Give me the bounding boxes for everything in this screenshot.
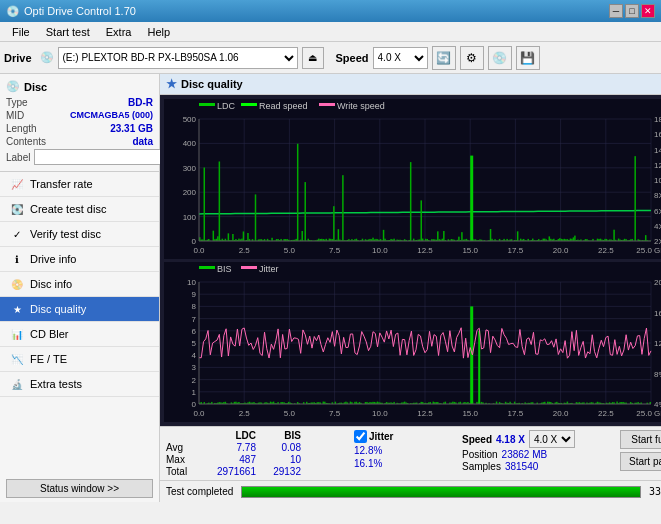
nav-disc-quality[interactable]: ★ Disc quality	[0, 297, 159, 322]
nav-create-test-disc-label: Create test disc	[30, 203, 106, 215]
nav-extra-tests[interactable]: 🔬 Extra tests	[0, 372, 159, 397]
disc-label-input[interactable]	[34, 149, 167, 165]
disc-info-panel: 💿 Disc Type BD-R MID CMCMAGBA5 (000) Len…	[0, 74, 159, 172]
disc-contents-row: Contents data	[6, 136, 153, 147]
close-button[interactable]: ✕	[641, 4, 655, 18]
disc-label-label: Label	[6, 152, 30, 163]
nav-disc-quality-label: Disc quality	[30, 303, 86, 315]
content-header: ★ Disc quality	[160, 74, 661, 95]
drive-info-icon: ℹ	[10, 252, 24, 266]
bottom-status-bar: Test completed 33:14	[160, 480, 661, 502]
jitter-checkbox[interactable]	[354, 430, 367, 443]
stats-avg-bis: 0.08	[256, 442, 301, 453]
stats-max-bis: 10	[256, 454, 301, 465]
samples-label: Samples	[462, 461, 501, 472]
maximize-button[interactable]: □	[625, 4, 639, 18]
stats-total-label: Total	[166, 466, 201, 477]
status-window-button[interactable]: Status window >>	[6, 479, 153, 498]
disc-length-value: 23.31 GB	[110, 123, 153, 134]
stats-avg-jitter: 12.8%	[354, 445, 382, 456]
app-title: Opti Drive Control 1.70	[24, 5, 136, 17]
speed-value: 4.18 X	[496, 434, 525, 445]
verify-test-disc-icon: ✓	[10, 227, 24, 241]
nav-drive-info[interactable]: ℹ Drive info	[0, 247, 159, 272]
minimize-button[interactable]: ─	[609, 4, 623, 18]
start-part-button[interactable]: Start part	[620, 452, 661, 471]
start-full-button[interactable]: Start full	[620, 430, 661, 449]
stats-footer: LDC BIS Avg 7.78 0.08 Max 487 10 Total	[160, 426, 661, 480]
nav-create-test-disc[interactable]: 💽 Create test disc	[0, 197, 159, 222]
stats-avg-label: Avg	[166, 442, 201, 453]
menu-extra[interactable]: Extra	[98, 24, 140, 40]
main-area: 💿 Disc Type BD-R MID CMCMAGBA5 (000) Len…	[0, 74, 661, 502]
position-value: 23862 MB	[502, 449, 548, 460]
jitter-header: Jitter	[354, 430, 454, 443]
title-bar: 💿 Opti Drive Control 1.70 ─ □ ✕	[0, 0, 661, 22]
disc-type-value: BD-R	[128, 97, 153, 108]
stats-ldc-header: LDC	[201, 430, 256, 441]
menu-help[interactable]: Help	[139, 24, 178, 40]
drive-select[interactable]: (E:) PLEXTOR BD-R PX-LB950SA 1.06	[58, 47, 298, 69]
disc-panel-title: Disc	[24, 81, 47, 93]
drive-icon: 💿	[40, 51, 54, 64]
ldc-chart-container	[164, 99, 661, 259]
cd-bler-icon: 📊	[10, 327, 24, 341]
bis-chart	[164, 262, 661, 422]
title-bar-title: 💿 Opti Drive Control 1.70	[6, 5, 136, 18]
speed-select[interactable]: 4.0 X	[373, 47, 428, 69]
nav-fe-te[interactable]: 📉 FE / TE	[0, 347, 159, 372]
progress-bar	[241, 486, 641, 498]
nav-fe-te-label: FE / TE	[30, 353, 67, 365]
nav-disc-info[interactable]: 📀 Disc info	[0, 272, 159, 297]
nav-cd-bler[interactable]: 📊 CD Bler	[0, 322, 159, 347]
menu-start-test[interactable]: Start test	[38, 24, 98, 40]
disc-quality-icon: ★	[10, 302, 24, 316]
nav-disc-info-label: Disc info	[30, 278, 72, 290]
speed-header: Speed	[462, 434, 492, 445]
disc-type-row: Type BD-R	[6, 97, 153, 108]
disc-contents-label: Contents	[6, 136, 46, 147]
jitter-label: Jitter	[369, 431, 393, 442]
disc-mid-label: MID	[6, 110, 24, 121]
content-title: Disc quality	[181, 78, 243, 90]
stats-speed-select[interactable]: 4.0 X	[529, 430, 575, 448]
nav-verify-test-disc[interactable]: ✓ Verify test disc	[0, 222, 159, 247]
samples-value: 381540	[505, 461, 538, 472]
disc-button[interactable]: 💿	[488, 46, 512, 70]
stats-max-jitter: 16.1%	[354, 458, 382, 469]
disc-mid-value: CMCMAGBA5 (000)	[70, 110, 153, 121]
nav-menu: 📈 Transfer rate 💽 Create test disc ✓ Ver…	[0, 172, 159, 397]
disc-info-icon: 📀	[10, 277, 24, 291]
menu-file[interactable]: File	[4, 24, 38, 40]
transfer-rate-icon: 📈	[10, 177, 24, 191]
app-icon: 💿	[6, 5, 20, 18]
sidebar: 💿 Disc Type BD-R MID CMCMAGBA5 (000) Len…	[0, 74, 160, 502]
create-test-disc-icon: 💽	[10, 202, 24, 216]
disc-type-label: Type	[6, 97, 28, 108]
disc-length-row: Length 23.31 GB	[6, 123, 153, 134]
progress-bar-fill	[242, 487, 640, 497]
stats-total-bis: 29132	[256, 466, 301, 477]
title-bar-controls: ─ □ ✕	[609, 4, 655, 18]
drive-bar: Drive 💿 (E:) PLEXTOR BD-R PX-LB950SA 1.0…	[0, 42, 661, 74]
disc-panel-header: 💿 Disc	[6, 80, 153, 93]
fe-te-icon: 📉	[10, 352, 24, 366]
nav-transfer-rate[interactable]: 📈 Transfer rate	[0, 172, 159, 197]
nav-extra-tests-label: Extra tests	[30, 378, 82, 390]
nav-drive-info-label: Drive info	[30, 253, 76, 265]
status-text: Test completed	[166, 486, 233, 497]
content-header-icon: ★	[166, 77, 177, 91]
eject-button[interactable]: ⏏	[302, 47, 324, 69]
refresh-button[interactable]: 🔄	[432, 46, 456, 70]
bis-chart-container	[164, 262, 661, 422]
content-area: ★ Disc quality LDC BI	[160, 74, 661, 502]
nav-verify-test-disc-label: Verify test disc	[30, 228, 101, 240]
ldc-chart	[164, 99, 661, 259]
settings-button[interactable]: ⚙	[460, 46, 484, 70]
disc-label-row: Label 🖉	[6, 149, 153, 165]
time-display: 33:14	[649, 486, 661, 497]
stats-bis-header: BIS	[256, 430, 301, 441]
disc-contents-value: data	[132, 136, 153, 147]
save-button[interactable]: 💾	[516, 46, 540, 70]
disc-length-label: Length	[6, 123, 37, 134]
